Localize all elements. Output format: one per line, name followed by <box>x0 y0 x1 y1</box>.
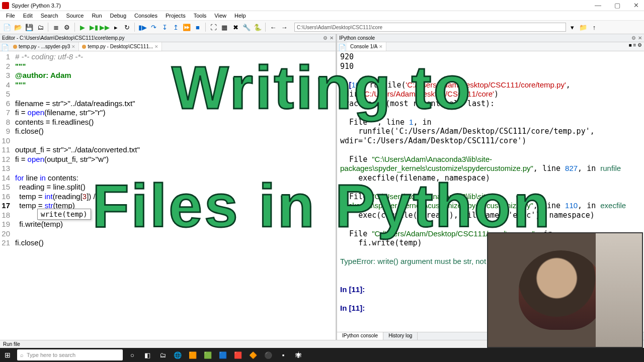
menu-run[interactable]: Run <box>89 12 105 19</box>
pane-close-icon[interactable]: ✕ <box>330 35 334 41</box>
maximize-pane-icon[interactable]: ⛶ <box>208 22 218 32</box>
step-over-icon[interactable]: ↷ <box>148 22 158 32</box>
debug-icon[interactable]: ▮▶ <box>137 22 147 32</box>
save-all-icon[interactable]: 🗂 <box>35 22 45 32</box>
tab-list-icon[interactable]: 📄 <box>337 42 347 52</box>
up-dir-icon[interactable]: ↑ <box>589 22 599 32</box>
pane-opts-icon[interactable]: ⚙ <box>631 35 636 41</box>
step-out-icon[interactable]: ↥ <box>171 22 181 32</box>
rerun-icon[interactable]: ↻ <box>122 22 132 32</box>
window-titlebar: Spyder (Python 3.7) — ▢ ✕ <box>0 0 644 11</box>
status-left: Run file <box>3 341 20 347</box>
continue-icon[interactable]: ⏩ <box>182 22 192 32</box>
forward-icon[interactable]: → <box>279 22 289 32</box>
menu-file[interactable]: File <box>3 12 18 19</box>
word-icon[interactable]: 🟦 <box>215 348 230 362</box>
bottom-tab-ipython[interactable]: IPython console <box>337 332 383 340</box>
bottom-tab-history[interactable]: History log <box>383 332 418 340</box>
console-gear-icon[interactable]: ⚙ <box>637 42 642 48</box>
code-editor[interactable]: 123456789101112131415161718192021 # -*- … <box>0 51 336 340</box>
cortana-icon[interactable]: ○ <box>125 348 140 362</box>
editor-tab-label: temp.py - Desktop\CSC111... <box>88 44 153 49</box>
menu-bar: File Edit Search Source Run Debug Consol… <box>0 11 644 20</box>
wrench-icon[interactable]: 🔧 <box>242 22 252 32</box>
working-dir-path: C:\Users\Adam\Desktop\CSC111\core <box>297 25 382 30</box>
browse-dir-icon[interactable]: ▾ <box>567 22 577 32</box>
maximize-button[interactable]: ▢ <box>611 2 623 9</box>
file-icon <box>13 45 17 49</box>
spyder-task-icon[interactable]: 🕷 <box>291 348 306 362</box>
editor-tab-0[interactable]: temp.py - ...spyder-py3 ✕ <box>10 42 79 51</box>
menu-projects[interactable]: Projects <box>163 12 189 19</box>
settings-icon[interactable]: ⚙ <box>62 22 72 32</box>
start-button[interactable]: ⊞ <box>0 348 15 362</box>
obs-icon[interactable]: ⚫ <box>261 348 276 362</box>
close-tab-icon[interactable]: ✕ <box>379 44 383 49</box>
line-gutter: 123456789101112131415161718192021 <box>0 51 12 340</box>
search-placeholder: Type here to search <box>27 352 75 358</box>
full-screen-icon[interactable]: ▦ <box>219 22 229 32</box>
run-cell-icon[interactable]: ▶▮ <box>89 22 99 32</box>
open-file-icon[interactable]: 📂 <box>13 22 23 32</box>
console-opts-icon[interactable]: ≡ <box>633 42 636 48</box>
menu-tools[interactable]: Tools <box>191 12 210 19</box>
outline-icon[interactable]: ≣ <box>51 22 61 32</box>
editor-tabs: 📄 temp.py - ...spyder-py3 ✕ temp.py - De… <box>0 42 336 51</box>
console-tabs: 📄 Console 1/A ✕ ■ ≡ ⚙ <box>337 42 644 51</box>
menu-search[interactable]: Search <box>38 12 61 19</box>
code-completion-popup[interactable]: write(temp) <box>37 209 91 220</box>
powerpoint-icon[interactable]: 🟥 <box>230 348 246 362</box>
console-tab[interactable]: Console 1/A ✕ <box>347 42 386 51</box>
file-icon <box>82 45 86 49</box>
python-path-icon[interactable]: 🐍 <box>253 22 263 32</box>
editor-pane-header: Editor - C:\Users\Adam\Desktop\CSC111\co… <box>0 34 336 42</box>
separator <box>48 23 48 32</box>
task-view-icon[interactable]: ◧ <box>140 348 155 362</box>
ipython-pane-header: IPython console ⚙✕ <box>337 34 644 42</box>
new-file-icon[interactable]: 📄 <box>2 22 12 32</box>
code-area[interactable]: # -*- coding: utf-8 -*-"""@author: Adam"… <box>12 51 336 340</box>
separator <box>74 23 75 32</box>
sublime-icon[interactable]: 🟧 <box>185 348 200 362</box>
back-icon[interactable]: ← <box>268 22 278 32</box>
menu-view[interactable]: View <box>211 12 229 19</box>
editor-pane-title: Editor - C:\Users\Adam\Desktop\CSC111\co… <box>2 35 124 41</box>
excel-icon[interactable]: 🟩 <box>200 348 215 362</box>
separator <box>265 23 266 32</box>
editor-tab-label: temp.py - ...spyder-py3 <box>19 44 70 49</box>
spyder-app-icon <box>2 2 9 9</box>
windows-taskbar: ⊞ ⌕ Type here to search ○ ◧ 🗂 🌐 🟧 🟩 🟦 🟥 … <box>0 348 644 362</box>
menu-edit[interactable]: Edit <box>20 12 36 19</box>
close-tab-icon[interactable]: ✕ <box>154 44 158 49</box>
chrome-icon[interactable]: 🌐 <box>170 348 185 362</box>
pane-opts-icon[interactable]: ⚙ <box>323 35 328 41</box>
run-selection-icon[interactable]: ▸ <box>111 22 121 32</box>
run-cell-advance-icon[interactable]: ▶▶ <box>100 22 110 32</box>
menu-help[interactable]: Help <box>231 12 249 19</box>
console-stop-icon[interactable]: ■ <box>629 42 632 48</box>
working-dir-box[interactable]: C:\Users\Adam\Desktop\CSC111\core <box>294 23 566 32</box>
close-button[interactable]: ✕ <box>630 2 642 9</box>
step-in-icon[interactable]: ↧ <box>159 22 170 32</box>
webcam-overlay <box>487 232 643 348</box>
search-icon: ⌕ <box>20 352 24 358</box>
explorer-icon[interactable]: 🗂 <box>155 348 170 362</box>
ipython-pane-title: IPython console <box>339 35 375 41</box>
save-icon[interactable]: 💾 <box>24 22 34 32</box>
taskbar-search[interactable]: ⌕ Type here to search <box>17 349 123 360</box>
preferences-icon[interactable]: ✖ <box>230 22 240 32</box>
run-icon[interactable]: ▶ <box>77 22 88 32</box>
close-tab-icon[interactable]: ✕ <box>71 44 75 49</box>
separator <box>134 23 135 32</box>
minimize-button[interactable]: — <box>592 2 604 9</box>
vlc-icon[interactable]: 🔶 <box>246 348 261 362</box>
tab-list-icon[interactable]: 📄 <box>0 42 10 52</box>
terminal-icon[interactable]: ▪ <box>276 348 291 362</box>
menu-source[interactable]: Source <box>63 12 87 19</box>
menu-consoles[interactable]: Consoles <box>131 12 160 19</box>
editor-tab-1[interactable]: temp.py - Desktop\CSC111... ✕ <box>79 42 162 51</box>
menu-debug[interactable]: Debug <box>107 12 129 19</box>
pane-close-icon[interactable]: ✕ <box>638 35 642 41</box>
parent-dir-icon[interactable]: 📁 <box>578 22 588 32</box>
stop-debug-icon[interactable]: ■ <box>193 22 203 32</box>
